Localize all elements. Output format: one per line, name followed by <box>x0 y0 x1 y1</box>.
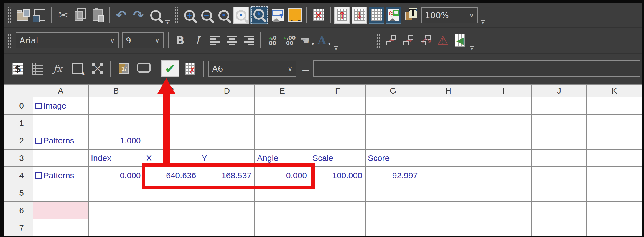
cell-B3[interactable]: Index <box>88 149 144 167</box>
cell-K2[interactable] <box>587 132 642 149</box>
cut-button[interactable]: ✂ <box>55 7 71 24</box>
cells-toolbar-overflow[interactable]: ▾ <box>470 46 474 51</box>
cell-I5[interactable] <box>476 184 531 202</box>
cell-H1[interactable] <box>421 114 476 132</box>
format-cells-button[interactable]: $ <box>9 60 27 77</box>
cell-E4[interactable]: 0.000 <box>254 167 310 184</box>
row-header-5[interactable]: 5 <box>4 184 33 202</box>
cell-B2[interactable]: 1.000 <box>88 132 144 149</box>
cell-I1[interactable] <box>476 114 531 132</box>
cell-D2[interactable] <box>199 132 254 149</box>
delete-cells-button[interactable]: ✗ <box>181 60 199 77</box>
cell-B0[interactable] <box>88 97 144 114</box>
cell-C2[interactable] <box>144 132 199 149</box>
cell-J4[interactable] <box>531 167 587 184</box>
cell-A4[interactable]: Patterns <box>33 167 88 184</box>
scale-image-to-fit-button[interactable]: ▼ <box>270 7 286 24</box>
spreadsheet-view-button[interactable] <box>369 7 384 24</box>
column-header-A[interactable]: A <box>33 85 88 97</box>
save-image-button[interactable] <box>32 7 47 24</box>
cell-D7[interactable] <box>199 219 254 236</box>
zoom-in-button[interactable]: + <box>182 7 197 24</box>
cell-A7[interactable] <box>33 219 88 236</box>
cell-B4[interactable]: 0.000 <box>88 167 144 184</box>
cell-K4[interactable] <box>587 167 642 184</box>
chevron-down-icon[interactable]: ▾ <box>328 41 331 47</box>
cell-A6[interactable] <box>33 202 88 219</box>
font-color-button[interactable]: A▾ <box>316 32 332 49</box>
cell-C3[interactable]: X <box>144 149 199 167</box>
file-toolbar-overflow[interactable]: ▾ <box>165 20 170 25</box>
align-center-button[interactable] <box>224 32 240 49</box>
column-header-G[interactable]: G <box>365 85 421 97</box>
selection-handles-button[interactable]: ✕ <box>88 60 107 77</box>
cell-A5[interactable] <box>33 184 88 202</box>
row-header-1[interactable]: 1 <box>4 114 33 132</box>
cell-K6[interactable] <box>587 202 642 219</box>
cell-E7[interactable] <box>254 219 310 236</box>
row-header-3[interactable]: 3 <box>4 149 33 167</box>
chevron-down-icon[interactable]: ∨ <box>110 37 115 44</box>
cell-H6[interactable] <box>421 202 476 219</box>
grip-handle[interactable] <box>376 33 380 48</box>
cell-J0[interactable] <box>531 97 587 114</box>
column-header-F[interactable]: F <box>310 85 365 97</box>
cell-D1[interactable] <box>199 114 254 132</box>
cell-J5[interactable] <box>531 184 587 202</box>
cell-I4[interactable] <box>476 167 531 184</box>
cell-C4[interactable]: 640.636 <box>144 167 199 184</box>
cell-C6[interactable] <box>144 202 199 219</box>
cell-E0[interactable] <box>254 97 310 114</box>
cell-B7[interactable] <box>88 219 144 236</box>
cell-I0[interactable] <box>476 97 531 114</box>
row-header-6[interactable]: 6 <box>4 202 33 219</box>
cell-F5[interactable] <box>310 184 365 202</box>
cell-J3[interactable] <box>531 149 587 167</box>
row-header-7[interactable]: 7 <box>4 219 33 236</box>
grid-corner[interactable] <box>4 85 33 97</box>
chevron-down-icon[interactable]: ∨ <box>287 65 292 73</box>
cell-F3[interactable]: Scale <box>310 149 365 167</box>
cell-E5[interactable] <box>254 184 310 202</box>
cell-H3[interactable] <box>421 149 476 167</box>
format-toolbar-overflow[interactable]: ▾ <box>334 46 338 51</box>
cell-I7[interactable] <box>476 219 531 236</box>
row-header-2[interactable]: 2 <box>4 132 33 149</box>
background-color-button[interactable]: ☚▾ <box>299 32 315 49</box>
cell-H5[interactable] <box>421 184 476 202</box>
graphics-overlay-view-button[interactable]: ◎ <box>386 7 401 24</box>
cell-K1[interactable] <box>587 114 642 132</box>
cell-E6[interactable] <box>254 202 310 219</box>
cell-F0[interactable] <box>310 97 365 114</box>
cell-I3[interactable] <box>476 149 531 167</box>
row-header-0[interactable]: 0 <box>4 97 33 114</box>
view-toolbar-overflow[interactable]: ▾ <box>481 20 485 25</box>
cell-G6[interactable] <box>365 202 421 219</box>
font-name-combo[interactable]: Arial∨ <box>16 32 119 48</box>
cell-A3[interactable] <box>33 149 88 167</box>
copy-button[interactable] <box>73 7 88 24</box>
cell-E1[interactable] <box>254 114 310 132</box>
paste-button[interactable] <box>90 7 105 24</box>
cell-C0[interactable] <box>144 97 199 114</box>
cell-G7[interactable] <box>365 219 421 236</box>
increase-decimal-button[interactable]: ▸.0000 <box>282 32 297 49</box>
cell-G2[interactable] <box>365 132 421 149</box>
cell-G4[interactable]: 92.997 <box>365 167 421 184</box>
open-image-button[interactable] <box>15 7 30 24</box>
cell-K7[interactable] <box>587 219 642 236</box>
cell-J1[interactable] <box>531 114 587 132</box>
grip-handle[interactable] <box>7 7 11 23</box>
insert-function-button[interactable]: ƒx <box>49 60 67 77</box>
cell-H0[interactable] <box>421 97 476 114</box>
cell-G5[interactable] <box>365 184 421 202</box>
font-size-combo[interactable]: 9∨ <box>122 32 164 48</box>
cell-K3[interactable] <box>587 149 642 167</box>
formula-input[interactable] <box>313 60 640 77</box>
cell-F7[interactable] <box>310 219 365 236</box>
chevron-down-icon[interactable]: ▾ <box>312 41 314 47</box>
cell-E3[interactable]: Angle <box>254 149 310 167</box>
redo-button[interactable]: ↷ <box>131 7 146 24</box>
column-header-D[interactable]: D <box>199 85 254 97</box>
cell-G3[interactable]: Score <box>365 149 421 167</box>
